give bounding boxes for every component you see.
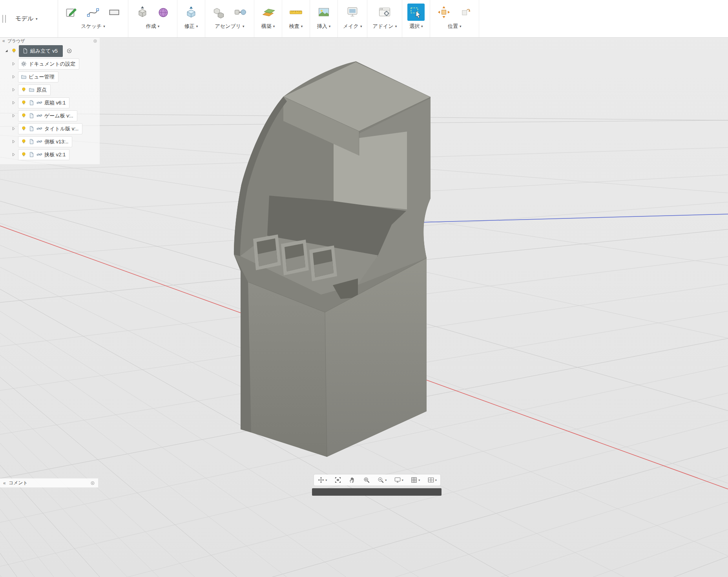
doc-white-icon [22, 48, 28, 54]
tool-make-button[interactable] [344, 4, 361, 21]
browser-item[interactable]: 側板 v13:.. [18, 136, 72, 147]
visibility-bulb-icon[interactable] [21, 139, 27, 145]
compartment-2[interactable] [281, 240, 309, 275]
expand-arrow-icon[interactable] [11, 74, 16, 79]
tool-create-solid-button[interactable] [133, 4, 151, 21]
expand-arrow-icon[interactable] [4, 48, 9, 53]
browser-item[interactable]: 底箱 v6:1 [18, 97, 69, 108]
expand-arrow-icon[interactable] [11, 126, 16, 131]
expand-arrow-icon[interactable] [11, 139, 16, 144]
visibility-bulb-icon[interactable] [21, 126, 27, 132]
tool-press-pull-button[interactable] [182, 4, 200, 21]
comment-options-icon[interactable] [90, 481, 95, 485]
toolbar-menu-sketch[interactable]: スケッチ▾ [81, 23, 105, 30]
expand-arrow-icon[interactable] [11, 152, 16, 157]
toolbar-group-sketch: スケッチ▾ [58, 0, 128, 37]
ground-shadow-target-icon[interactable] [66, 48, 72, 54]
browser-panel: « ブラウザ 組み立て v5ドキュメントの設定ビュー管理原点底箱 v6:1ゲーム… [0, 37, 100, 164]
visibility-bulb-icon[interactable] [11, 48, 17, 54]
position-return-icon [458, 5, 472, 19]
toolbar-group-inspect: 検査▾ [282, 0, 310, 37]
toolbar-menu-label: 位置 [448, 23, 458, 30]
toolbar-menu-inspect[interactable]: 検査▾ [289, 23, 303, 30]
browser-root-row[interactable]: 組み立て v5 [0, 44, 100, 57]
chevron-down-icon: ▾ [36, 17, 38, 21]
toolbar-group-addins: アドイン▾ [367, 0, 402, 37]
toolbar-menu-construct[interactable]: 構築▾ [261, 23, 275, 30]
tool-select-button[interactable] [407, 4, 425, 21]
tool-position-return-button[interactable] [456, 4, 474, 21]
doc-icon [29, 152, 35, 158]
tool-addins-button[interactable] [376, 4, 393, 21]
position-move-icon [437, 5, 451, 19]
toolbar-group-modify: 修正▾ [177, 0, 205, 37]
chevron-down-icon: ▾ [460, 24, 462, 28]
compartment-3[interactable] [309, 245, 337, 281]
browser-item[interactable]: ゲーム板 v:.. [18, 110, 77, 121]
browser-tree: 組み立て v5ドキュメントの設定ビュー管理原点底箱 v6:1ゲーム板 v:..タ… [0, 44, 100, 161]
tool-rectangle-button[interactable] [106, 4, 123, 21]
browser-item[interactable]: 原点 [18, 84, 51, 95]
display-icon [394, 476, 401, 484]
tool-insert-canvas-button[interactable] [315, 4, 332, 21]
nav-zoom-button[interactable]: ▾ [377, 476, 387, 484]
browser-header: « ブラウザ [0, 37, 100, 44]
collapse-panel-icon[interactable]: « [3, 480, 6, 486]
collapse-panel-icon[interactable]: « [2, 38, 5, 44]
doc-icon [29, 139, 35, 145]
expand-arrow-icon[interactable] [11, 100, 16, 105]
data-panel-grip-icon[interactable] [2, 15, 6, 23]
browser-item-row: 底箱 v6:1 [0, 96, 100, 109]
browser-item[interactable]: ドキュメントの設定 [18, 59, 79, 70]
zoom-icon [377, 476, 384, 484]
toolbar-menu-addins[interactable]: アドイン▾ [372, 23, 397, 30]
chevron-down-icon: ▾ [329, 24, 331, 28]
tool-construct-plane-button[interactable] [259, 4, 277, 21]
nav-fit-button[interactable] [334, 476, 341, 484]
browser-item[interactable]: タイトル版 v:.. [18, 123, 82, 134]
visibility-bulb-icon[interactable] [21, 152, 27, 158]
visibility-bulb-icon[interactable] [21, 113, 27, 119]
nav-zoom-box-button[interactable] [363, 476, 370, 484]
compartment-1[interactable] [253, 234, 281, 270]
browser-item[interactable]: ビュー管理 [18, 71, 58, 82]
press-pull-icon [184, 5, 198, 19]
toolbar-menu-create[interactable]: 作成▾ [146, 23, 160, 30]
nav-hand-button[interactable] [348, 476, 356, 484]
tool-new-component-button[interactable] [210, 4, 228, 21]
toolbar-menu-modify[interactable]: 修正▾ [184, 23, 198, 30]
expand-arrow-icon[interactable] [11, 61, 16, 66]
toolbar-menu-select[interactable]: 選択▾ [409, 23, 423, 30]
make-icon [345, 5, 359, 19]
insert-canvas-icon [317, 5, 331, 19]
tool-joint-button[interactable] [232, 4, 249, 21]
tool-measure-button[interactable] [287, 4, 305, 21]
browser-root-item[interactable]: 組み立て v5 [19, 45, 63, 57]
expand-arrow-icon[interactable] [11, 87, 16, 92]
toolbar-menu-label: アセンブリ [215, 23, 241, 30]
visibility-bulb-icon[interactable] [21, 87, 27, 93]
tool-position-move-button[interactable] [435, 4, 452, 21]
toolbar-menu-make[interactable]: メイク▾ [343, 23, 362, 30]
tool-sketch-create-button[interactable] [63, 4, 80, 21]
chevron-down-icon: ▾ [385, 478, 387, 482]
panel-options-icon[interactable] [93, 39, 97, 43]
nav-grid-button[interactable]: ▾ [411, 476, 420, 484]
toolbar-menu-insert[interactable]: 挿入▾ [317, 23, 331, 30]
tool-create-form-button[interactable] [155, 4, 172, 21]
nav-move-button[interactable]: ▾ [317, 476, 327, 484]
browser-item[interactable]: 挟板 v2:1 [18, 149, 69, 160]
link-icon [36, 139, 42, 145]
tool-spline-button[interactable] [84, 4, 102, 21]
visibility-bulb-icon[interactable] [21, 100, 27, 106]
nav-display-button[interactable]: ▾ [394, 476, 403, 484]
nav-viewports-button[interactable]: ▾ [427, 476, 437, 484]
toolbar-menu-assemble[interactable]: アセンブリ▾ [215, 23, 244, 30]
hand-icon [348, 476, 356, 484]
workspace-selector[interactable]: モデル ▾ [15, 15, 38, 22]
timeline-collapsed-bar[interactable] [312, 488, 442, 496]
expand-arrow-icon[interactable] [11, 113, 16, 118]
toolbar-menu-position[interactable]: 位置▾ [448, 23, 462, 30]
fit-icon [334, 476, 341, 484]
toolbar-menu-label: 検査 [289, 23, 299, 30]
